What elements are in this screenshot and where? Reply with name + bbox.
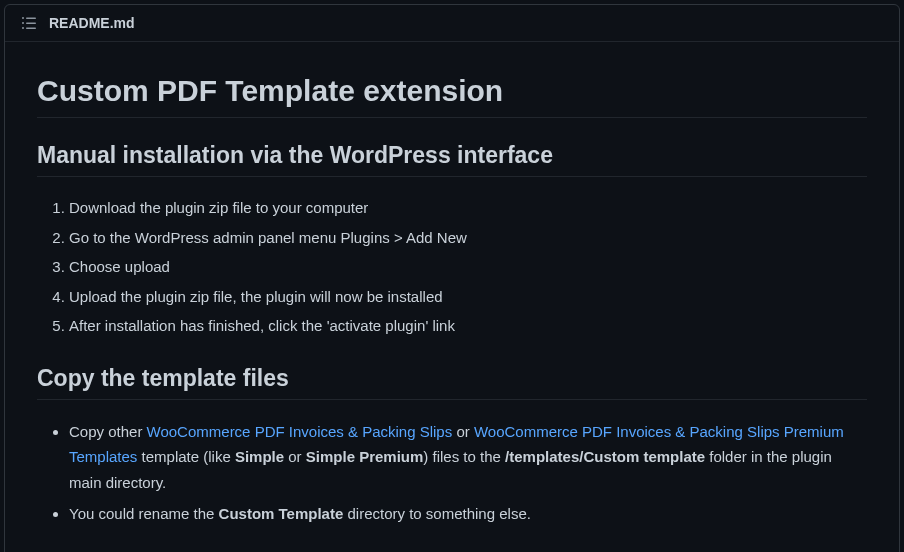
emphasis: /templates/Custom template bbox=[505, 448, 705, 465]
list-item: After installation has finished, click t… bbox=[69, 311, 867, 341]
section-copy: Copy the template files bbox=[37, 365, 867, 400]
readme-header: README.md bbox=[5, 5, 899, 42]
emphasis: Simple bbox=[235, 448, 284, 465]
file-name[interactable]: README.md bbox=[49, 15, 135, 31]
page-title: Custom PDF Template extension bbox=[37, 74, 867, 118]
install-steps: Download the plugin zip file to your com… bbox=[37, 193, 867, 341]
emphasis: Simple Premium bbox=[306, 448, 424, 465]
list-item: Upload the plugin zip file, the plugin w… bbox=[69, 282, 867, 312]
emphasis: Custom Template bbox=[219, 505, 344, 522]
list-item: Choose upload bbox=[69, 252, 867, 282]
list-icon[interactable] bbox=[21, 15, 37, 31]
list-item: Copy other WooCommerce PDF Invoices & Pa… bbox=[69, 416, 867, 499]
readme-content: Custom PDF Template extension Manual ins… bbox=[5, 42, 899, 552]
section-installation: Manual installation via the WordPress in… bbox=[37, 142, 867, 177]
copy-steps: Copy other WooCommerce PDF Invoices & Pa… bbox=[37, 416, 867, 530]
link-wc-pdf-invoices[interactable]: WooCommerce PDF Invoices & Packing Slips bbox=[147, 423, 453, 440]
list-item: Download the plugin zip file to your com… bbox=[69, 193, 867, 223]
readme-panel: README.md Custom PDF Template extension … bbox=[4, 4, 900, 552]
list-item: You could rename the Custom Template dir… bbox=[69, 498, 867, 530]
list-item: Go to the WordPress admin panel menu Plu… bbox=[69, 223, 867, 253]
